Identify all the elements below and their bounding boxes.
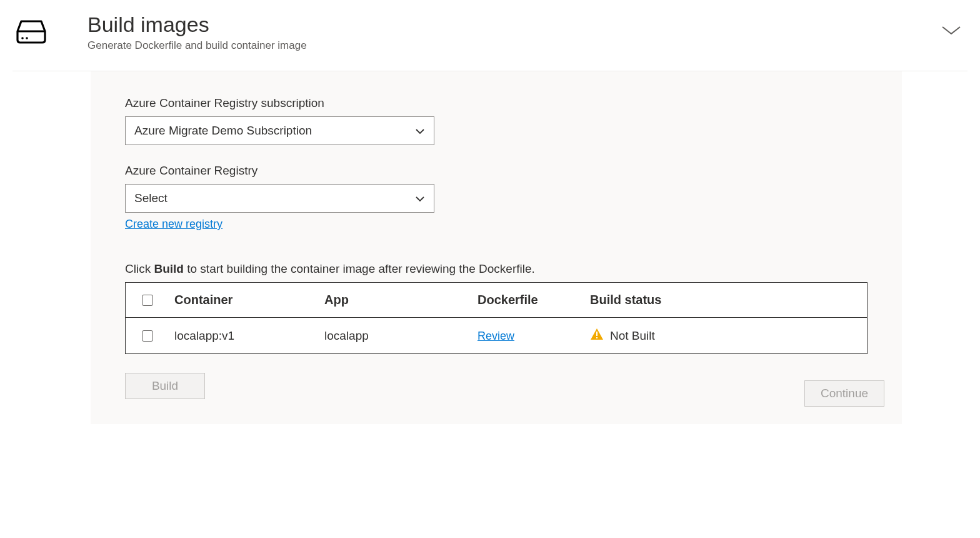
th-status: Build status	[585, 283, 867, 317]
status-text: Not Built	[610, 329, 655, 343]
page-header: Build images Generate Dockerfile and bui…	[12, 13, 968, 71]
create-registry-link[interactable]: Create new registry	[125, 218, 222, 231]
page-subtitle: Generate Dockerfile and build container …	[88, 39, 898, 52]
svg-point-0	[21, 37, 24, 39]
table-header-row: Container App Dockerfile Build status	[126, 283, 867, 318]
disk-icon	[12, 18, 50, 48]
container-table: Container App Dockerfile Build status lo…	[125, 282, 868, 354]
main-panel: Azure Container Registry subscription Az…	[91, 71, 902, 424]
chevron-down-icon	[415, 124, 425, 138]
instruction-pre: Click	[125, 262, 154, 275]
continue-button[interactable]: Continue	[804, 380, 884, 407]
svg-rect-2	[596, 332, 598, 336]
page-title: Build images	[88, 13, 898, 37]
registry-label: Azure Container Registry	[125, 164, 868, 178]
subscription-value: Azure Migrate Demo Subscription	[134, 124, 312, 138]
row-checkbox[interactable]	[142, 330, 153, 342]
subscription-select[interactable]: Azure Migrate Demo Subscription	[125, 116, 434, 145]
build-instruction: Click Build to start building the contai…	[125, 262, 868, 276]
registry-value: Select	[134, 191, 168, 205]
svg-rect-3	[596, 337, 598, 338]
select-all-checkbox[interactable]	[142, 295, 153, 306]
warning-icon	[590, 328, 604, 343]
review-dockerfile-link[interactable]: Review	[478, 330, 514, 343]
th-dockerfile: Dockerfile	[472, 283, 585, 317]
svg-point-1	[26, 37, 28, 39]
registry-select[interactable]: Select	[125, 184, 434, 213]
th-app: App	[319, 283, 472, 317]
th-container: Container	[169, 283, 319, 317]
instruction-post: to start building the container image af…	[184, 262, 535, 275]
subscription-label: Azure Container Registry subscription	[125, 96, 868, 110]
table-row: localapp:v1 localapp Review	[126, 318, 867, 353]
chevron-down-icon	[940, 24, 962, 36]
td-container: localapp:v1	[169, 319, 319, 353]
collapse-toggle[interactable]	[935, 19, 968, 44]
build-button[interactable]: Build	[125, 373, 205, 399]
td-app: localapp	[319, 319, 472, 353]
chevron-down-icon	[415, 191, 425, 205]
instruction-bold: Build	[154, 262, 184, 275]
